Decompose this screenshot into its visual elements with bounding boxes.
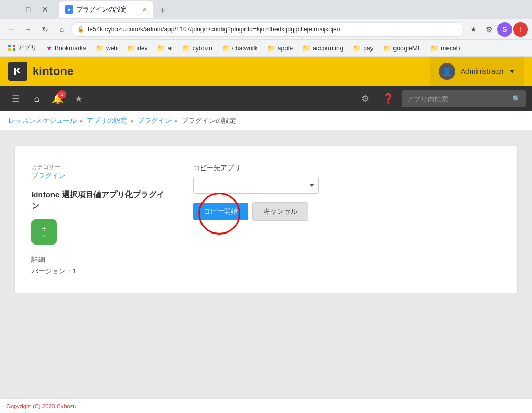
url-text: fe54k.cybozu.com/k/admin/app/1107/plugin… <box>88 26 458 33</box>
new-tab-button[interactable]: + <box>155 3 170 18</box>
admin-avatar: 👤 <box>439 63 455 80</box>
breadcrumb-current: プラグインの設定 <box>182 116 236 125</box>
version-text: バージョン：1 <box>31 267 167 276</box>
help-button[interactable]: ❓ <box>379 89 398 108</box>
plugin-title: kintone 選択項目値アプリ化プラグイン <box>31 189 167 211</box>
notifications-button[interactable]: 🔔 4 <box>48 89 67 108</box>
kintone-header-right: 👤 Administrator ▼ <box>430 57 524 86</box>
hamburger-menu-button[interactable]: ☰ <box>6 89 25 108</box>
back-button[interactable]: ← <box>4 22 19 37</box>
search-icon: 🔍 <box>512 95 521 103</box>
cancel-button[interactable]: キャンセル <box>252 202 308 221</box>
bookmark-web-label: web <box>106 45 118 52</box>
folder-googleml-icon: 📁 <box>383 44 391 52</box>
browser-titlebar: — □ ✕ ■ プラグインの設定 × + <box>0 0 532 19</box>
copy-app-select[interactable] <box>193 177 319 194</box>
notification-badge: 4 <box>58 90 66 99</box>
apps-label: アプリ <box>18 44 37 52</box>
kintone-logo-text: kintone <box>33 65 73 78</box>
bookmark-mecab-label: mecab <box>441 45 460 52</box>
admin-name: Administrator <box>461 67 504 76</box>
copy-select-row <box>193 177 501 194</box>
extensions-button[interactable]: ⚙ <box>482 22 496 37</box>
apps-grid-icon <box>8 45 16 52</box>
folder-cybozu-icon: 📁 <box>182 44 190 52</box>
kintone-app: kintone 👤 Administrator ▼ ☰ ⌂ 🔔 4 ★ ⚙ ❓ <box>0 57 532 413</box>
folder-ai-icon: 📁 <box>157 44 165 52</box>
bookmarks-star-icon: ★ <box>46 44 52 52</box>
bookmark-chatwork[interactable]: 📁 chatwork <box>218 43 262 54</box>
close-window-button[interactable]: ✕ <box>38 2 52 17</box>
button-row: コピー開始 キャンセル <box>193 202 501 221</box>
detail-label: 詳細 <box>31 255 167 264</box>
bookmark-cybozu[interactable]: 📁 cybozu <box>178 43 217 54</box>
folder-pay-icon: 📁 <box>353 44 361 52</box>
bookmark-accounting[interactable]: 📁 accounting <box>298 43 347 54</box>
bookmark-apple[interactable]: 📁 apple <box>263 43 297 54</box>
bookmark-cybozu-label: cybozu <box>193 45 212 52</box>
forward-button[interactable]: → <box>21 22 36 37</box>
folder-dev-icon: 📁 <box>127 44 135 52</box>
home-button[interactable]: ⌂ <box>55 22 69 37</box>
bookmark-apps[interactable]: アプリ <box>4 42 41 54</box>
tab-title: プラグインの設定 <box>77 5 127 14</box>
bookmark-web[interactable]: 📁 web <box>91 43 122 54</box>
address-bar[interactable]: 🔒 fe54k.cybozu.com/k/admin/app/1107/plug… <box>71 22 464 37</box>
search-submit-button[interactable]: 🔍 <box>507 90 526 107</box>
profile-avatar[interactable]: S <box>497 22 512 37</box>
maximize-button[interactable]: □ <box>21 2 36 17</box>
bookmark-bookmarks[interactable]: ★ Bookmarks <box>42 43 90 54</box>
bookmark-pay[interactable]: 📁 pay <box>348 43 377 54</box>
bookmark-chatwork-label: chatwork <box>232 45 258 52</box>
folder-chatwork-icon: 📁 <box>222 44 230 52</box>
detail-section: 詳細 バージョン：1 <box>31 255 167 276</box>
bookmark-ai-label: ai <box>167 45 172 52</box>
app-search-input[interactable] <box>402 90 507 107</box>
home-nav-button[interactable]: ⌂ <box>27 89 46 108</box>
bookmark-mecab[interactable]: 📁 mecab <box>426 43 464 54</box>
breadcrumb-plugin[interactable]: プラグイン <box>137 116 172 125</box>
bookmark-googleml[interactable]: 📁 googleML <box>379 43 425 54</box>
category-label: カテゴリー： <box>31 163 167 171</box>
card-right: コピー先アプリ コピー開始 キャンセル <box>189 163 501 276</box>
folder-web-icon: 📁 <box>95 44 104 52</box>
copyright-text: Copyright (C) 2020 Cybozu <box>6 403 76 409</box>
minimize-button[interactable]: — <box>4 2 19 17</box>
breadcrumb-sep-3: ► <box>174 118 179 124</box>
copy-label: コピー先アプリ <box>193 163 501 173</box>
bookmark-dev-label: dev <box>137 45 147 52</box>
bookmark-star-button[interactable]: ★ <box>466 22 481 37</box>
profile-badge[interactable]: ! <box>513 22 528 37</box>
footer: Copyright (C) 2020 Cybozu <box>0 398 532 413</box>
bookmark-dev[interactable]: 📁 dev <box>123 43 152 54</box>
folder-apple-icon: 📁 <box>267 44 275 52</box>
plugin-icon-symbol: ÷ ○ <box>42 225 46 239</box>
breadcrumb-sep-2: ► <box>130 118 135 124</box>
admin-area[interactable]: 👤 Administrator ▼ <box>430 57 524 86</box>
active-tab[interactable]: ■ プラグインの設定 × <box>59 1 153 18</box>
breadcrumb-lesson-schedule[interactable]: レッスンスケジュール <box>8 116 77 125</box>
bookmark-ai[interactable]: 📁 ai <box>153 43 176 54</box>
card-layout: カテゴリー： プラグイン kintone 選択項目値アプリ化プラグイン ÷ ○ … <box>31 163 501 276</box>
kintone-logo: kintone <box>8 62 73 81</box>
reload-button[interactable]: ↻ <box>38 22 52 37</box>
breadcrumb-app-settings[interactable]: アプリの設定 <box>87 116 127 125</box>
category-value: プラグイン <box>31 171 167 181</box>
favorites-button[interactable]: ★ <box>69 89 88 108</box>
browser-toolbar: ← → ↻ ⌂ 🔒 fe54k.cybozu.com/k/admin/app/1… <box>0 19 532 40</box>
toolbar-action-icons: ★ ⚙ S ! <box>466 22 528 37</box>
copy-start-button[interactable]: コピー開始 <box>193 203 248 220</box>
kintone-header: kintone 👤 Administrator ▼ <box>0 57 532 86</box>
kintone-navbar: ☰ ⌂ 🔔 4 ★ ⚙ ❓ 🔍 <box>0 86 532 111</box>
search-area: ⚙ ❓ 🔍 <box>356 89 526 108</box>
tab-close-button[interactable]: × <box>143 6 147 13</box>
bookmark-accounting-label: accounting <box>313 45 343 52</box>
plugin-card: カテゴリー： プラグイン kintone 選択項目値アプリ化プラグイン ÷ ○ … <box>14 146 518 293</box>
admin-chevron-icon: ▼ <box>509 68 515 75</box>
bookmark-pay-label: pay <box>363 45 373 52</box>
window-controls: — □ ✕ <box>4 2 52 17</box>
breadcrumb-bar: レッスンスケジュール ► アプリの設定 ► プラグイン ► プラグインの設定 <box>0 111 532 130</box>
bookmark-bookmarks-label: Bookmarks <box>55 45 86 52</box>
settings-button[interactable]: ⚙ <box>356 89 375 108</box>
folder-accounting-icon: 📁 <box>302 44 311 52</box>
